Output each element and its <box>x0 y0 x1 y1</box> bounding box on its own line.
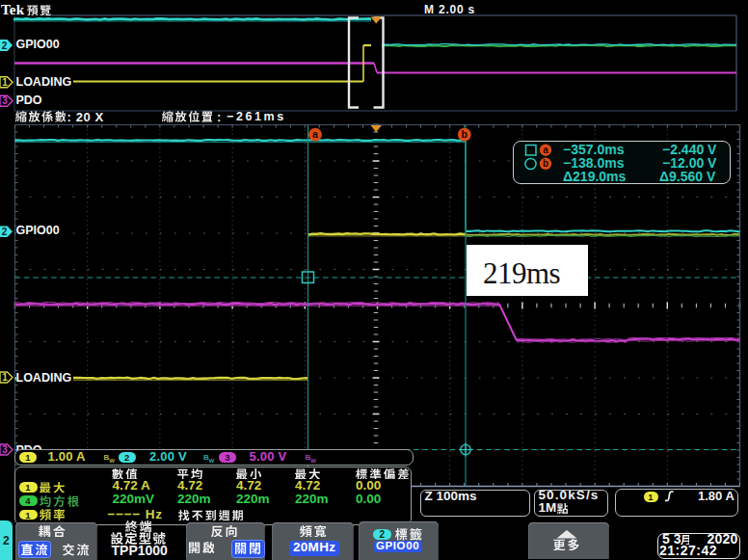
svg-text:b: b <box>462 128 468 140</box>
svg-text:2: 2 <box>2 227 8 237</box>
svg-text:a: a <box>312 128 318 140</box>
svg-text:3: 3 <box>2 95 8 106</box>
svg-text:1: 1 <box>2 77 8 88</box>
svg-text:1: 1 <box>2 372 8 383</box>
svg-text:2: 2 <box>2 40 8 51</box>
svg-text:3: 3 <box>2 444 8 455</box>
